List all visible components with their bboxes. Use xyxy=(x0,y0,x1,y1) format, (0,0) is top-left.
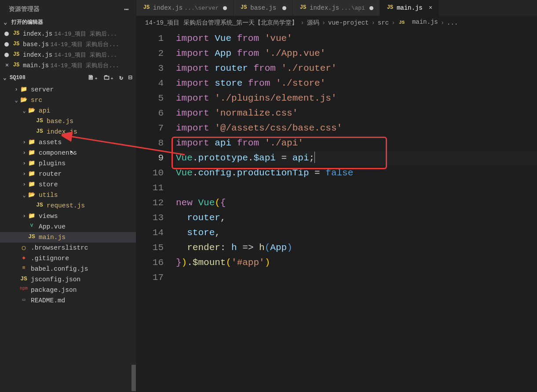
close-icon[interactable]: × xyxy=(4,62,11,69)
tree-item-label: store xyxy=(39,181,58,188)
file-path: 14-19_项目 采购后... xyxy=(54,51,117,59)
code-line[interactable]: router, xyxy=(176,211,537,225)
line-number: 14 xyxy=(136,225,164,240)
tab-bar: JSindex.js...\serverJSbase.jsJSindex.js.… xyxy=(136,0,537,16)
tree-item-assets[interactable]: ›📁assets xyxy=(0,137,136,148)
new-folder-icon[interactable]: 🗀₊ xyxy=(103,73,114,82)
chevron-right-icon: › xyxy=(21,150,27,156)
chevron-right-icon: › xyxy=(21,171,27,177)
tree-item-label: request.js xyxy=(47,202,85,209)
tree-item-label: utils xyxy=(39,192,58,199)
code-line[interactable]: import api from './api' xyxy=(176,136,537,151)
open-editors-header[interactable]: ⌄ 打开的编辑器 xyxy=(0,17,136,28)
code-line[interactable]: }).$mount('#app') xyxy=(176,255,537,270)
js-file-icon: JS xyxy=(12,41,20,48)
tree-item-label: babel.config.js xyxy=(31,265,88,272)
breadcrumb-item[interactable]: vue-project xyxy=(328,19,369,26)
open-editor-item[interactable]: JSbase.js 14-19_项目 采购后台... xyxy=(0,39,136,50)
code-line[interactable]: new Vue({ xyxy=(176,196,537,211)
js-file-icon: JS xyxy=(35,202,44,210)
tree-item-package-json[interactable]: ›npmpackage.json xyxy=(0,285,136,295)
file-tree: ›📁server⌄📂src⌄📂api›JSbase.js›JSindex.js›… xyxy=(0,83,136,392)
open-editor-item[interactable]: ×JSmain.js 14-19_项目 采购后台... xyxy=(0,60,136,71)
code-line[interactable]: import './plugins/element.js' xyxy=(176,91,537,106)
code-line[interactable] xyxy=(176,181,537,196)
new-file-icon[interactable]: 🗎₊ xyxy=(88,73,98,82)
breadcrumb-item[interactable]: 源码 xyxy=(307,19,319,27)
tree-item-src[interactable]: ⌄📂src xyxy=(0,95,136,105)
tree-item-jsconfig-json[interactable]: ›JSjsconfig.json xyxy=(0,274,136,285)
breadcrumb-item[interactable]: 14-19_项目 采购后台管理系统_第一天【北京尚学堂】 xyxy=(145,19,298,27)
workspace-header[interactable]: ⌄ SQ108 🗎₊ 🗀₊ ↻ ⊟ xyxy=(0,72,136,83)
breadcrumb-item[interactable]: src xyxy=(378,19,389,26)
code-line[interactable]: import 'normalize.css' xyxy=(176,106,537,121)
tree-item-server[interactable]: ›📁server xyxy=(0,84,136,95)
open-editor-item[interactable]: JSindex.js 14-19_项目 采购后... xyxy=(0,50,136,60)
modified-dot-icon xyxy=(223,6,227,10)
code-content[interactable]: import Vue from 'vue'import App from './… xyxy=(176,31,537,392)
breadcrumb-item[interactable]: ... xyxy=(447,19,458,26)
breadcrumbs[interactable]: 14-19_项目 采购后台管理系统_第一天【北京尚学堂】›源码›vue-proj… xyxy=(136,16,537,29)
code-line[interactable] xyxy=(176,270,537,285)
close-icon[interactable]: × xyxy=(429,4,432,11)
code-line[interactable]: import router from './router' xyxy=(176,61,537,76)
breadcrumb-item[interactable]: JS main.js xyxy=(398,18,438,27)
file-path: 14-19_项目 采购后台... xyxy=(51,40,119,48)
chevron-right-icon: › xyxy=(21,139,27,145)
tree-item--browserslistrc[interactable]: ›◯.browserslistrc xyxy=(0,243,136,253)
open-editor-item[interactable]: JSindex.js 14-19_项目 采购后... xyxy=(0,29,136,39)
tree-item-store[interactable]: ›📁store xyxy=(0,179,136,190)
tree-item-label: main.js xyxy=(39,234,66,241)
collapse-icon[interactable]: ⊟ xyxy=(128,73,132,82)
tree-item-plugins[interactable]: ›📁plugins xyxy=(0,158,136,169)
tree-item-views[interactable]: ›📁views xyxy=(0,211,136,221)
tab-label: base.js xyxy=(250,4,276,11)
tree-item-api[interactable]: ⌄📂api xyxy=(0,105,136,116)
tree-item--gitignore[interactable]: ›◆.gitignore xyxy=(0,253,136,264)
tree-item-label: .gitignore xyxy=(31,255,69,262)
chevron-down-icon: ⌄ xyxy=(4,18,10,26)
tree-item-label: router xyxy=(39,171,62,178)
tree-item-components[interactable]: ›📁components xyxy=(0,148,136,158)
line-number: 15 xyxy=(136,240,164,255)
chevron-down-icon: ⌄ xyxy=(21,108,27,114)
tree-item-README-md[interactable]: ›▭README.md xyxy=(0,295,136,306)
more-icon[interactable]: ⋯ xyxy=(124,4,129,14)
tree-item-router[interactable]: ›📁router xyxy=(0,169,136,179)
tree-item-utils[interactable]: ⌄📂utils xyxy=(0,190,136,200)
tab-index-js[interactable]: JSindex.js...\server xyxy=(136,0,234,16)
tree-item-main-js[interactable]: ›JSmain.js xyxy=(0,232,136,243)
code-line[interactable]: render: h => h(App) xyxy=(176,240,537,255)
tree-item-label: src xyxy=(31,97,42,104)
tab-main-js[interactable]: JSmain.js× xyxy=(380,0,439,16)
tree-item-label: views xyxy=(39,213,58,220)
code-line[interactable]: import Vue from 'vue' xyxy=(176,31,537,46)
code-line[interactable]: Vue.prototype.$api = api; xyxy=(176,151,537,166)
breadcrumb-separator: › xyxy=(300,19,304,26)
scrollbar-thumb[interactable] xyxy=(132,365,136,391)
babel-file-icon: ▥ xyxy=(19,265,28,273)
chevron-right-icon: › xyxy=(21,160,27,167)
file-name: index.js xyxy=(23,51,52,58)
tree-item-label: README.md xyxy=(31,297,65,304)
tree-item-App-vue[interactable]: ›VApp.vue xyxy=(0,221,136,232)
package-file-icon: npm xyxy=(19,286,28,294)
tab-base-js[interactable]: JSbase.js xyxy=(234,0,293,16)
tree-item-base-js[interactable]: ›JSbase.js xyxy=(0,116,136,127)
tree-item-index-js[interactable]: ›JSindex.js xyxy=(0,127,136,137)
code-line[interactable]: import store from './store' xyxy=(176,76,537,91)
code-editor[interactable]: 1234567891011121314151617 import Vue fro… xyxy=(136,29,537,392)
modified-dot-icon xyxy=(4,42,9,47)
code-line[interactable]: import '@/assets/css/base.css' xyxy=(176,121,537,136)
tree-item-request-js[interactable]: ›JSrequest.js xyxy=(0,200,136,211)
code-line[interactable]: store, xyxy=(176,225,537,240)
refresh-icon[interactable]: ↻ xyxy=(119,73,123,82)
code-line[interactable]: import App from './App.vue' xyxy=(176,46,537,61)
breadcrumb-separator: › xyxy=(391,19,395,26)
tree-item-babel-config-js[interactable]: ›▥babel.config.js xyxy=(0,264,136,274)
line-number: 8 xyxy=(136,136,164,151)
folder-icon: 📁 xyxy=(27,212,36,220)
tab-index-js[interactable]: JSindex.js...\api xyxy=(293,0,380,16)
main-editor-area: JSindex.js...\serverJSbase.jsJSindex.js.… xyxy=(136,0,537,392)
code-line[interactable]: Vue.config.productionTip = false xyxy=(176,166,537,181)
